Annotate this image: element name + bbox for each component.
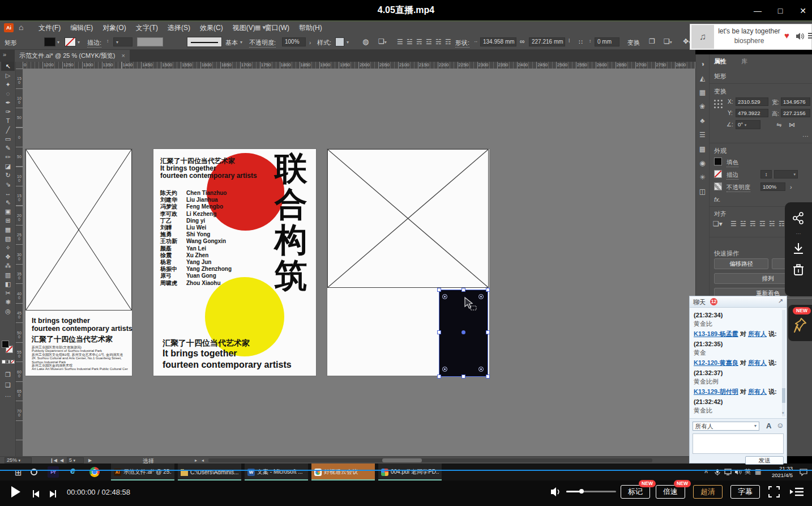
direct-selection-tool[interactable]: ▷: [1, 71, 15, 80]
opacity-expand-icon[interactable]: ›: [790, 184, 792, 190]
shape-height-field[interactable]: 227.216 mm: [529, 37, 565, 46]
corner-radius-widget[interactable]: [478, 294, 484, 299]
send-button[interactable]: 发送: [745, 456, 784, 465]
touch-keyboard-icon[interactable]: ▦: [755, 467, 761, 475]
tab-properties[interactable]: 属性: [714, 57, 726, 66]
gradient-tool[interactable]: ▧: [1, 234, 15, 243]
taskbar-button[interactable]: Ai 示范文件.ai* @ 25...: [111, 464, 174, 481]
pen-tool[interactable]: ✒: [1, 98, 15, 107]
link-dimensions-icon[interactable]: ∞: [520, 37, 525, 45]
opacity-value-field[interactable]: 100%: [760, 182, 785, 191]
poster-credits[interactable]: 苏州工业园区宣传部(文体旅游局)Publicity Department of …: [32, 346, 128, 371]
volume-icon[interactable]: [550, 486, 563, 498]
scroll-left-icon[interactable]: ▸: [195, 458, 197, 463]
scrollbar-thumb[interactable]: [382, 458, 422, 462]
play-button[interactable]: [11, 486, 20, 498]
flip-vertical-icon[interactable]: ⋈: [789, 121, 795, 129]
fill-label[interactable]: 填色: [726, 159, 738, 167]
scroll-down-icon[interactable]: ▾: [782, 411, 784, 415]
corner-radius-widget[interactable]: [442, 367, 447, 372]
poster-text[interactable]: 汇聚了十四位当代艺术家: [163, 338, 250, 348]
artboard-tool[interactable]: ◧: [1, 279, 15, 288]
opacity-expand-icon[interactable]: ›: [309, 40, 311, 46]
chat-scrollbar-thumb[interactable]: [782, 388, 785, 403]
align-icon[interactable]: ☱: [740, 220, 747, 228]
chat-recipient-link[interactable]: 所有人: [748, 359, 767, 366]
menu-item[interactable]: 编辑(E): [70, 23, 93, 33]
stroke-dropdown-icon[interactable]: ▾: [78, 40, 80, 45]
chrome-icon[interactable]: [89, 467, 100, 477]
chat-recipient-link[interactable]: 所有人: [748, 330, 767, 337]
bounding-box-icon[interactable]: ❐: [649, 37, 655, 45]
menu-item[interactable]: 文字(T): [136, 23, 158, 33]
free-transform-tool[interactable]: ⇖: [1, 198, 15, 207]
zoom-level-select[interactable]: 25% ▾: [5, 457, 32, 464]
scroll-right-icon[interactable]: ◂: [202, 458, 204, 463]
rectangle-tool[interactable]: ▭: [1, 134, 15, 143]
align-icon[interactable]: ☵: [435, 38, 442, 46]
next-artboard-icon[interactable]: ▶: [88, 458, 92, 463]
stroke-weight-label[interactable]: 描边:: [87, 39, 101, 48]
align-icon[interactable]: ☶: [445, 38, 452, 46]
opacity-swatch[interactable]: [714, 182, 722, 190]
shape-builder-tool[interactable]: ▣: [1, 207, 15, 216]
menu-item[interactable]: 对象(O): [102, 23, 126, 33]
selection-handle[interactable]: [486, 375, 490, 379]
fullscreen-icon[interactable]: [768, 486, 780, 498]
paintbrush-tool[interactable]: ✎: [1, 143, 15, 152]
taskbar-button[interactable]: 好视通云会议: [311, 464, 375, 481]
blend-tool[interactable]: ❖: [1, 252, 15, 261]
panel-icon[interactable]: ◉: [699, 159, 705, 167]
subtitles-button[interactable]: 字幕: [730, 485, 760, 499]
fill-indicator-swatch[interactable]: [2, 341, 9, 348]
playlist-icon[interactable]: [789, 487, 804, 497]
symbol-sprayer-tool[interactable]: ⁂: [1, 261, 15, 270]
selection-handle[interactable]: [461, 375, 465, 379]
align-icon[interactable]: ☵: [768, 220, 776, 228]
color-chip[interactable]: [2, 360, 6, 364]
x-value-field[interactable]: 2310.529: [736, 97, 768, 106]
zoom-tool[interactable]: ◎: [1, 307, 15, 316]
lasso-tool[interactable]: ◌: [1, 89, 15, 98]
height-value-field[interactable]: 227.2156: [781, 109, 810, 117]
poster-text[interactable]: fourteen contemporary artists: [160, 172, 257, 180]
poster-text[interactable]: It brings together: [32, 317, 90, 325]
opacity-field[interactable]: 100%: [282, 37, 306, 46]
opacity-label[interactable]: 不透明度:: [249, 39, 276, 48]
slice-tool[interactable]: ✂: [1, 288, 15, 297]
menu-item[interactable]: 文件(F): [39, 23, 61, 33]
style-dropdown-icon[interactable]: ▾: [347, 40, 349, 45]
poster-text[interactable]: fourteen contemporary artists: [163, 360, 292, 370]
quality-button[interactable]: 超清: [693, 485, 723, 499]
start-button-icon[interactable]: ⊞: [15, 467, 22, 478]
y-value-field[interactable]: 479.3922: [736, 109, 768, 117]
chat-recipient-link[interactable]: 所有人: [748, 388, 767, 395]
selection-handle[interactable]: [461, 288, 465, 292]
premiere-icon[interactable]: Pr: [48, 466, 59, 478]
width-tool[interactable]: ↔: [1, 189, 15, 198]
scale-tool[interactable]: ⇘: [1, 180, 15, 189]
stroke-stepper-icon[interactable]: ↕: [106, 39, 109, 44]
fill-dropdown-icon[interactable]: ▾: [57, 40, 59, 45]
magic-wand-tool[interactable]: ✦: [1, 80, 15, 89]
align-icon[interactable]: ☴: [416, 38, 423, 46]
pin-tool-box[interactable]: NEW: [788, 305, 812, 341]
line-segment-tool[interactable]: ╱: [1, 125, 15, 134]
selection-handle[interactable]: [437, 375, 441, 379]
flip-horizontal-icon[interactable]: ⇋: [776, 121, 781, 129]
artboard-2[interactable]: 汇聚了十四位当代艺术家 It brings together fourteen …: [153, 149, 316, 376]
taskbar-button[interactable]: W 文案 - Microsoft ...: [245, 464, 308, 481]
strip-more-icon[interactable]: ···: [796, 232, 801, 235]
rotate-angle-field[interactable]: 0° ▾: [736, 120, 760, 129]
offset-path-button[interactable]: 偏移路径: [714, 258, 768, 269]
image-placeholder-frame[interactable]: [25, 149, 132, 311]
gradient-chip[interactable]: [6, 360, 10, 364]
panel-icon[interactable]: ◭: [700, 74, 705, 82]
stroke-swatch[interactable]: [714, 170, 722, 178]
taskbar-button[interactable]: C:\Users\Adminis...: [178, 464, 241, 481]
selection-tool[interactable]: ↖: [1, 62, 15, 71]
selection-handle[interactable]: [486, 288, 490, 292]
align-icon[interactable]: ☴: [749, 220, 757, 228]
none-chip[interactable]: [11, 360, 15, 364]
corner-radius-widget[interactable]: [442, 294, 447, 299]
